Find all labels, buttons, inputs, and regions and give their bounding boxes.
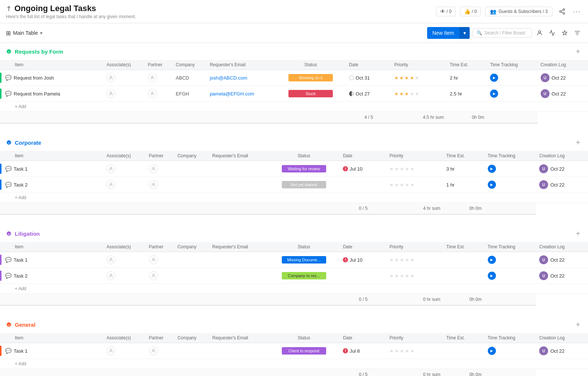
play-btn[interactable]: ▶: [488, 347, 496, 355]
group-header-general: General +: [0, 316, 588, 333]
svg-point-13: [151, 92, 153, 94]
share-icon-btn[interactable]: [557, 6, 567, 17]
add-row-cell[interactable]: + Add: [0, 102, 588, 112]
group-collapse-icon-litigation[interactable]: [6, 231, 12, 236]
add-row-cell[interactable]: + Add: [0, 359, 588, 369]
likes-btn[interactable]: 👍 / 0: [460, 7, 481, 16]
col-header-creation-log: Creation Log: [536, 333, 588, 343]
log-cell-inner: U Oct 22: [539, 164, 585, 173]
add-row[interactable]: + Add: [0, 284, 588, 294]
group-collapse-icon-requests[interactable]: [6, 48, 12, 54]
summary-row: 0 / 5 0 hr sum 0h 0m: [0, 369, 588, 376]
play-btn[interactable]: ▶: [488, 181, 496, 189]
summary-priority: 0 / 5: [340, 294, 386, 306]
associates-person-icon[interactable]: [107, 164, 115, 173]
group-add-btn-general[interactable]: +: [574, 320, 582, 329]
partner-person-icon[interactable]: [148, 89, 157, 98]
status-badge[interactable]: Missing Docume...: [282, 256, 326, 263]
avatar: U: [541, 89, 550, 98]
chat-icon[interactable]: 💬: [5, 273, 11, 279]
group-name-general[interactable]: General: [15, 322, 36, 328]
add-row-cell[interactable]: + Add: [0, 284, 588, 294]
add-row[interactable]: + Add: [0, 102, 588, 112]
play-btn[interactable]: ▶: [488, 272, 496, 280]
col-header-date: Date: [340, 333, 386, 343]
summary-priority: 0 / 5: [340, 369, 386, 376]
date-alert-indicator: !: [343, 257, 348, 262]
star-3: ★: [400, 273, 404, 279]
email-link[interactable]: pamela@EFGH.com: [210, 91, 254, 97]
play-btn[interactable]: ▶: [490, 90, 498, 98]
play-btn[interactable]: ▶: [488, 256, 496, 264]
cell-creation-log-0: U Oct 22: [536, 252, 588, 268]
cell-status-0: Working on it: [276, 70, 346, 86]
associates-person-icon[interactable]: [107, 346, 115, 355]
chat-icon[interactable]: 💬: [5, 182, 11, 188]
cell-date-1: [340, 177, 386, 193]
star-4: ★: [410, 91, 414, 97]
pin-icon-btn[interactable]: [560, 28, 570, 38]
email-link[interactable]: josh@ABCD.com: [210, 75, 247, 81]
cell-associates-0: [104, 70, 145, 86]
associates-person-icon[interactable]: [107, 180, 115, 189]
avatar: U: [541, 73, 550, 82]
status-badge[interactable]: Stuck: [288, 90, 333, 97]
status-badge[interactable]: Company to res...: [282, 272, 326, 279]
group-name-requests[interactable]: Requests by Form: [15, 48, 63, 55]
partner-person-icon[interactable]: [149, 164, 158, 173]
chat-icon[interactable]: 💬: [5, 348, 11, 354]
associates-person-icon[interactable]: [107, 73, 115, 82]
more-icon-btn[interactable]: ···: [572, 6, 582, 17]
add-row[interactable]: + Add: [0, 359, 588, 369]
svg-point-10: [110, 76, 112, 78]
status-badge[interactable]: Waiting for review: [282, 165, 326, 172]
summary-time-est: 4 hr sum: [386, 203, 443, 215]
new-item-arrow-icon[interactable]: ▾: [459, 27, 470, 39]
play-btn[interactable]: ▶: [490, 74, 498, 82]
filter-icon-btn[interactable]: [572, 28, 582, 38]
chat-icon[interactable]: 💬: [5, 166, 11, 172]
partner-person-icon[interactable]: [149, 180, 158, 189]
group-collapse-icon-corporate[interactable]: [6, 140, 12, 145]
viewers-btn[interactable]: 👁 / 0: [436, 7, 456, 16]
status-badge[interactable]: Not yet started: [282, 181, 326, 188]
chat-icon[interactable]: 💬: [5, 91, 11, 97]
partner-person-icon[interactable]: [149, 271, 158, 280]
group-add-btn-corporate[interactable]: +: [574, 138, 582, 147]
play-btn[interactable]: ▶: [488, 165, 496, 173]
cell-status-0: Client to respond: [268, 343, 340, 359]
group-collapse-icon-general[interactable]: [6, 322, 12, 328]
associates-person-icon[interactable]: [107, 89, 115, 98]
associates-person-icon[interactable]: [107, 271, 115, 280]
partner-person-icon[interactable]: [148, 73, 157, 82]
status-badge[interactable]: Working on it: [288, 74, 333, 81]
name-cell-inner: 💬 Task 1: [0, 255, 101, 265]
search-filter-box[interactable]: 🔍 Search / Filter Board: [473, 28, 532, 38]
group-name-litigation[interactable]: Litigation: [15, 231, 40, 237]
add-row[interactable]: + Add: [0, 193, 588, 203]
guests-btn[interactable]: 👥 Guests & Subscribers / 3: [485, 7, 552, 16]
col-header-status: Status: [268, 151, 340, 161]
svg-point-5: [538, 31, 541, 33]
group-name-corporate[interactable]: Corporate: [15, 140, 41, 146]
chat-icon[interactable]: 💬: [5, 257, 11, 263]
activity-icon-btn[interactable]: [547, 28, 557, 38]
new-item-btn[interactable]: New Item ▾: [427, 27, 470, 39]
add-row-cell[interactable]: + Add: [0, 193, 588, 203]
cell-email-1: [209, 268, 268, 284]
col-header-name: Item: [0, 333, 104, 343]
summary-time-tracking: 0h 0m: [443, 203, 485, 215]
chat-icon[interactable]: 💬: [5, 75, 11, 81]
user-icon-btn[interactable]: [535, 28, 544, 38]
partner-person-icon[interactable]: [149, 346, 158, 355]
col-header-company: Company: [173, 60, 207, 70]
partner-person-icon[interactable]: [149, 255, 158, 264]
group-add-btn-litigation[interactable]: +: [574, 229, 582, 238]
associates-person-icon[interactable]: [107, 255, 115, 264]
row-name-text: Task 1: [14, 257, 28, 263]
cell-time-est-0: 3 hr: [443, 161, 485, 177]
status-badge[interactable]: Client to respond: [282, 347, 326, 355]
avatar: U: [539, 255, 548, 264]
group-add-btn-requests[interactable]: +: [574, 47, 582, 56]
main-table-btn[interactable]: ⊞ Main Table ▾: [6, 30, 43, 37]
